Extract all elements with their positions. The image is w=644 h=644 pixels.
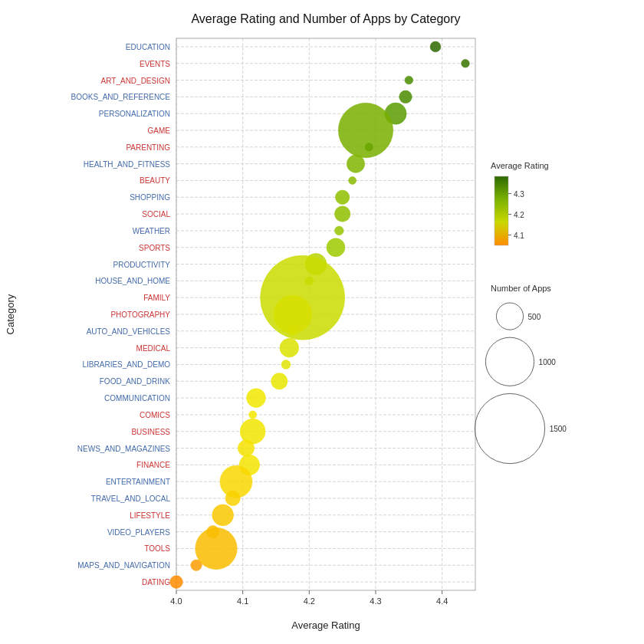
svg-text:4.2: 4.2 — [514, 211, 524, 219]
svg-point-68 — [212, 504, 234, 526]
svg-text:HOUSE_AND_HOME: HOUSE_AND_HOME — [95, 277, 170, 285]
svg-text:4.3: 4.3 — [514, 190, 524, 199]
svg-text:WEATHER: WEATHER — [133, 227, 170, 235]
svg-text:PARENTING: PARENTING — [126, 143, 170, 152]
svg-text:FOOD_AND_DRINK: FOOD_AND_DRINK — [100, 377, 171, 386]
svg-text:SPORTS: SPORTS — [139, 244, 170, 252]
svg-text:LIFESTYLE: LIFESTYLE — [130, 511, 170, 520]
svg-text:COMICS: COMICS — [140, 411, 170, 419]
svg-text:MEDICAL: MEDICAL — [136, 344, 171, 353]
svg-text:4.1: 4.1 — [514, 232, 524, 240]
svg-text:EDUCATION: EDUCATION — [126, 43, 170, 51]
svg-point-49 — [335, 190, 349, 204]
svg-point-71 — [191, 560, 202, 570]
svg-text:VIDEO_PLAYERS: VIDEO_PLAYERS — [107, 528, 170, 537]
svg-point-42 — [405, 76, 413, 84]
svg-text:PRODUCTIVITY: PRODUCTIVITY — [113, 261, 171, 269]
svg-text:4.2: 4.2 — [304, 596, 315, 606]
svg-point-60 — [271, 373, 288, 389]
svg-point-61 — [247, 389, 266, 408]
svg-text:HEALTH_AND_FITNESS: HEALTH_AND_FITNESS — [84, 160, 171, 169]
svg-text:DATING: DATING — [142, 578, 170, 586]
svg-text:Average Rating: Average Rating — [291, 619, 360, 631]
svg-point-51 — [335, 226, 344, 235]
svg-text:1000: 1000 — [539, 358, 557, 366]
svg-text:ENTERTAINMENT: ENTERTAINMENT — [106, 478, 170, 486]
svg-text:500: 500 — [528, 313, 541, 321]
svg-text:AUTO_AND_VEHICLES: AUTO_AND_VEHICLES — [87, 327, 171, 336]
svg-text:SHOPPING: SHOPPING — [130, 193, 170, 202]
svg-text:PHOTOGRAPHY: PHOTOGRAPHY — [110, 310, 170, 319]
svg-point-70 — [196, 527, 237, 569]
svg-text:GAME: GAME — [148, 127, 171, 135]
svg-text:Category: Category — [5, 294, 16, 334]
svg-point-48 — [349, 176, 356, 184]
svg-text:1500: 1500 — [550, 425, 567, 433]
chart-svg: EDUCATIONEVENTSART_AND_DESIGNBOOKS_AND_R… — [0, 0, 644, 644]
svg-point-41 — [462, 59, 470, 67]
svg-point-46 — [365, 143, 373, 151]
svg-text:COMMUNICATION: COMMUNICATION — [104, 394, 170, 402]
svg-point-62 — [249, 411, 257, 419]
svg-point-52 — [327, 238, 345, 257]
svg-text:Average Rating: Average Rating — [491, 161, 549, 170]
svg-point-47 — [347, 155, 364, 172]
svg-text:Average Rating and Number of A: Average Rating and Number of Apps by Cat… — [191, 12, 460, 25]
svg-text:BUSINESS: BUSINESS — [131, 428, 170, 436]
svg-text:PERSONALIZATION: PERSONALIZATION — [99, 110, 170, 118]
svg-point-50 — [334, 206, 350, 222]
svg-point-64 — [238, 440, 254, 456]
svg-text:EVENTS: EVENTS — [140, 60, 170, 68]
svg-point-57 — [288, 327, 297, 335]
svg-text:4.1: 4.1 — [237, 596, 248, 606]
svg-text:MAPS_AND_NAVIGATION: MAPS_AND_NAVIGATION — [77, 561, 170, 570]
svg-text:Number of Apps: Number of Apps — [491, 284, 551, 293]
svg-text:NEWS_AND_MAGAZINES: NEWS_AND_MAGAZINES — [77, 445, 170, 453]
svg-text:BOOKS_AND_REFERENCE: BOOKS_AND_REFERENCE — [71, 93, 171, 101]
svg-text:ART_AND_DESIGN: ART_AND_DESIGN — [101, 77, 170, 85]
svg-text:TRAVEL_AND_LOCAL: TRAVEL_AND_LOCAL — [91, 495, 171, 503]
svg-point-59 — [281, 360, 291, 370]
svg-point-72 — [170, 576, 183, 589]
svg-text:TOOLS: TOOLS — [144, 544, 170, 553]
svg-point-67 — [225, 491, 240, 505]
svg-text:SOCIAL: SOCIAL — [142, 210, 170, 219]
svg-point-43 — [399, 90, 412, 104]
chart-container: EDUCATIONEVENTSART_AND_DESIGNBOOKS_AND_R… — [0, 0, 644, 644]
svg-text:BEAUTY: BEAUTY — [140, 176, 170, 185]
svg-rect-120 — [495, 176, 508, 245]
svg-point-58 — [280, 338, 299, 357]
svg-text:LIBRARIES_AND_DEMO: LIBRARIES_AND_DEMO — [83, 360, 171, 369]
svg-text:4.3: 4.3 — [370, 596, 381, 606]
svg-text:4.0: 4.0 — [170, 596, 182, 606]
svg-text:FINANCE: FINANCE — [136, 461, 170, 469]
svg-text:FAMILY: FAMILY — [143, 294, 170, 302]
svg-text:4.4: 4.4 — [436, 596, 448, 606]
svg-point-40 — [430, 41, 441, 52]
